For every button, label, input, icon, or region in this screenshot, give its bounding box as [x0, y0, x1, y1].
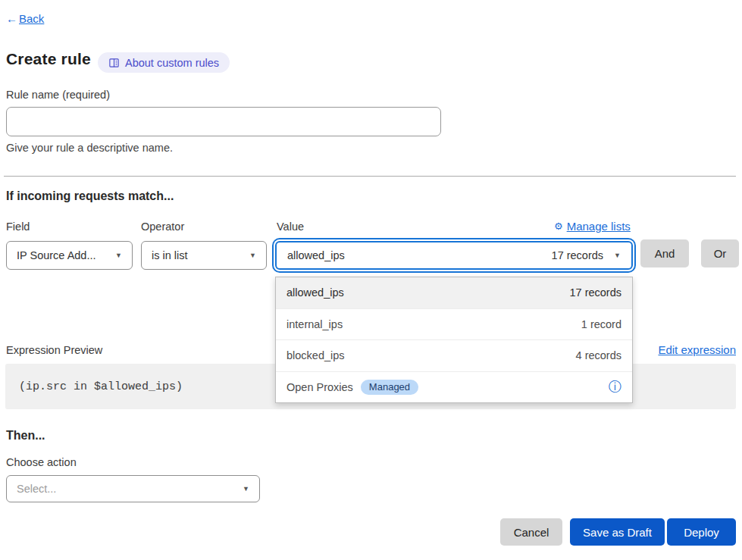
dropdown-option-allowed-ips[interactable]: allowed_ips 17 records — [276, 277, 632, 309]
field-select[interactable]: IP Source Add... ▼ — [6, 241, 133, 270]
list-record-count: 4 records — [576, 349, 621, 361]
section-divider — [4, 176, 736, 177]
match-section-heading: If incoming requests match... — [6, 189, 174, 203]
chevron-down-icon: ▼ — [249, 252, 256, 259]
book-icon — [108, 57, 120, 68]
page-title: Create rule — [6, 50, 91, 68]
action-select-placeholder: Select... — [17, 483, 56, 495]
list-name: allowed_ips — [286, 286, 344, 299]
info-icon[interactable]: ⓘ — [609, 380, 621, 393]
list-name: internal_ips — [286, 318, 343, 330]
rule-name-label: Rule name (required) — [6, 89, 110, 101]
value-select-records-count: 17 records — [552, 249, 604, 261]
manage-lists-link[interactable]: ⚙ Manage lists — [554, 220, 631, 233]
rule-name-input[interactable] — [6, 107, 441, 136]
back-arrow-icon: ← — [6, 12, 17, 25]
value-select-value: allowed_ips — [287, 249, 345, 261]
dropdown-option-internal-ips[interactable]: internal_ips 1 record — [276, 309, 632, 341]
rule-name-helper-text: Give your rule a descriptive name. — [6, 142, 173, 154]
dropdown-option-blocked-ips[interactable]: blocked_ips 4 records — [276, 340, 632, 372]
create-rule-page: ←Back Create rule About custom rules Rul… — [0, 0, 742, 560]
managed-badge: Managed — [361, 380, 418, 395]
manage-lists-label: Manage lists — [567, 220, 631, 233]
then-section-heading: Then... — [6, 429, 45, 443]
back-link[interactable]: ←Back — [6, 12, 44, 25]
choose-action-label: Choose action — [6, 456, 77, 468]
save-as-draft-button[interactable]: Save as Draft — [570, 518, 665, 546]
dropdown-option-open-proxies[interactable]: Open Proxies Managed ⓘ — [276, 372, 632, 403]
list-record-count: 17 records — [569, 286, 621, 299]
deploy-button[interactable]: Deploy — [667, 518, 736, 546]
expression-code: (ip.src in $allowed_ips) — [19, 380, 183, 393]
list-name: Open Proxies — [286, 381, 353, 393]
field-label: Field — [6, 221, 30, 233]
value-label: Value — [277, 221, 304, 233]
chevron-down-icon: ▼ — [614, 252, 621, 259]
list-name: blocked_ips — [286, 349, 345, 361]
value-dropdown-menu: allowed_ips 17 records internal_ips 1 re… — [275, 277, 633, 403]
about-badge-label: About custom rules — [125, 57, 219, 69]
list-record-count: 1 record — [581, 318, 621, 330]
chevron-down-icon: ▼ — [243, 485, 249, 493]
about-custom-rules-link[interactable]: About custom rules — [98, 52, 230, 73]
cancel-button[interactable]: Cancel — [500, 518, 562, 546]
gear-icon: ⚙ — [554, 221, 563, 232]
value-select[interactable]: allowed_ips 17 records ▼ — [275, 241, 633, 270]
and-button[interactable]: And — [640, 239, 689, 267]
chevron-down-icon: ▼ — [115, 252, 122, 259]
operator-label: Operator — [141, 221, 184, 233]
operator-select[interactable]: is in list ▼ — [141, 241, 267, 270]
expression-preview-label: Expression Preview — [6, 344, 102, 356]
action-select[interactable]: Select... ▼ — [6, 475, 260, 502]
or-button[interactable]: Or — [701, 239, 739, 267]
back-link-label: Back — [19, 12, 44, 25]
field-select-value: IP Source Add... — [17, 249, 96, 261]
edit-expression-link[interactable]: Edit expression — [658, 343, 736, 356]
operator-select-value: is in list — [152, 249, 188, 261]
